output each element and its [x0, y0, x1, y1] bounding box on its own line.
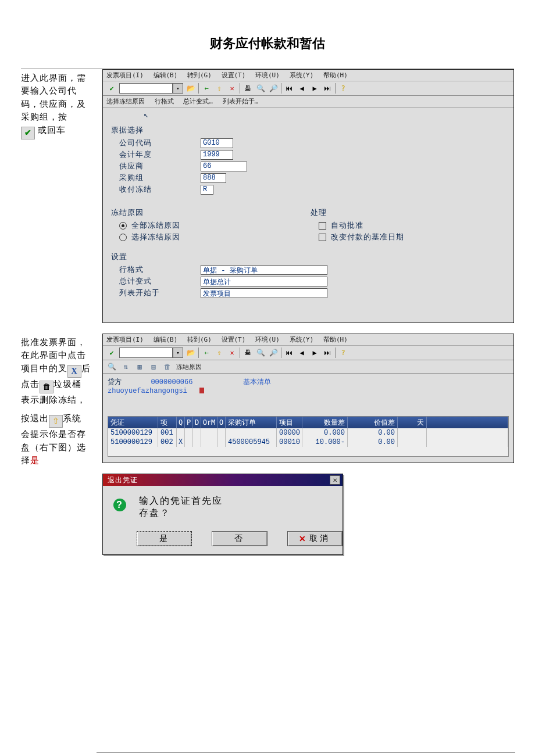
checkbox-auto-approve[interactable]: [319, 222, 326, 230]
menu-item[interactable]: 系统(Y): [290, 336, 314, 343]
dialog-title: 退出凭证: [108, 475, 138, 485]
open-folder-icon[interactable]: 📂: [186, 347, 196, 358]
prev-page-icon[interactable]: ◀: [297, 83, 307, 94]
last-page-icon[interactable]: ⏭: [322, 347, 333, 358]
checkbox-change-baseline-date[interactable]: [319, 234, 326, 241]
print-icon[interactable]: 🖶: [242, 347, 253, 358]
first-page-icon[interactable]: ⏮: [284, 347, 294, 358]
col-p: P: [185, 417, 193, 428]
subbar-item[interactable]: 行格式: [155, 98, 174, 105]
next-page-icon[interactable]: ▶: [309, 83, 320, 94]
find-next-icon[interactable]: 🔎: [268, 347, 279, 358]
label-auto-approve: 自动批准: [331, 220, 363, 231]
subbar-item[interactable]: 选择冻结原因: [106, 98, 145, 105]
cursor-icon: ↖: [144, 110, 508, 119]
table-row[interactable]: 5100000129 001 00000 0.000 0.00: [108, 428, 508, 438]
dialog-close-icon[interactable]: ✕: [330, 475, 340, 485]
menu-item[interactable]: 帮助(H): [323, 71, 348, 79]
col-po: 采购订单: [226, 417, 277, 428]
enter-icon[interactable]: ✔: [106, 347, 117, 358]
menu-item[interactable]: 发票项目(I): [106, 336, 144, 343]
input-vendor[interactable]: 66: [201, 162, 247, 171]
ruler-icon[interactable]: ▤: [148, 362, 159, 371]
input-payment-block[interactable]: R: [201, 185, 213, 195]
label-select-reasons: 选择冻结原因: [131, 232, 180, 242]
menu-item[interactable]: 帮助(H): [323, 336, 348, 343]
radio-all-reasons[interactable]: [119, 222, 127, 230]
table-row[interactable]: 5100000129 002 X 4500005945 00010 10.000…: [108, 438, 508, 447]
subbar-item[interactable]: 列表开始于…: [223, 98, 259, 105]
menu-item[interactable]: 设置(T): [222, 336, 246, 343]
label-vendor: 供应商: [119, 161, 201, 171]
cancel-button[interactable]: ✕取消: [287, 531, 343, 546]
help-icon[interactable]: ?: [338, 347, 348, 358]
back-icon[interactable]: ←: [201, 347, 212, 358]
find-next-icon[interactable]: 🔎: [268, 83, 279, 94]
input-line-format[interactable]: 单据 - 采购订单: [201, 265, 327, 275]
yes-button[interactable]: 是: [137, 531, 192, 546]
search-icon[interactable]: 🔍: [106, 362, 117, 371]
sort-icon[interactable]: ⇅: [120, 362, 131, 371]
subbar-item[interactable]: 总计变式…: [183, 98, 213, 105]
screenshot-1: 发票项目(I) 编辑(B) 转到(G) 设置(T) 环境(U) 系统(Y) 帮助…: [102, 69, 514, 323]
find-icon[interactable]: 🔍: [255, 347, 266, 358]
page-footer: 第 5 页, 共 10 页 最后修改日期: 2005/11/6 20:53:00: [97, 753, 515, 756]
group-processing: 处理: [311, 207, 508, 218]
first-page-icon[interactable]: ⏮: [284, 83, 294, 94]
label-basic-list: 基本清单: [243, 378, 271, 386]
exit-dialog: 退出凭证 ✕ ? 输入的凭证首先应 存盘？ 是 否 ✕取消: [102, 474, 343, 555]
menu-item[interactable]: 编辑(B): [154, 336, 178, 343]
open-folder-icon[interactable]: 📂: [186, 83, 196, 94]
label-payment-block: 收付冻结: [119, 184, 201, 195]
marker-icon: [199, 388, 204, 393]
menu-item[interactable]: 环境(U): [255, 71, 280, 79]
question-icon: ?: [113, 499, 126, 511]
input-purch-group[interactable]: 888: [201, 173, 226, 183]
col-item: 项: [158, 417, 177, 428]
label-list-start: 列表开始于: [119, 288, 201, 298]
col-o: O: [217, 417, 226, 428]
help-icon[interactable]: ?: [338, 83, 348, 94]
radio-select-reasons[interactable]: [119, 234, 127, 241]
exit-icon: ⇧: [49, 415, 63, 428]
prev-page-icon[interactable]: ◀: [297, 347, 307, 358]
menu-item[interactable]: 发票项目(I): [106, 71, 144, 79]
group-block-reason: 冻结原因: [111, 207, 308, 218]
next-page-icon[interactable]: ▶: [309, 347, 320, 358]
tcode-combo[interactable]: ▾: [119, 347, 183, 358]
find-icon[interactable]: 🔍: [255, 83, 266, 94]
last-page-icon[interactable]: ⏭: [322, 83, 333, 94]
col-orm: OrM: [201, 417, 217, 428]
exit-icon[interactable]: ⇧: [214, 347, 224, 358]
cancel-icon[interactable]: ✕: [227, 83, 237, 94]
layout-icon[interactable]: ▦: [134, 362, 145, 371]
tcode-combo[interactable]: ▾: [119, 83, 183, 94]
table-header: 凭证 项 Q P D OrM O 采购订单 项目 数量差 价值差 天: [108, 417, 508, 428]
menu-item[interactable]: 转到(G): [187, 336, 212, 343]
sap-toolbar: ✔ ▾ 📂 ← ⇧ ✕ 🖶 🔍 🔎 ⏮ ◀ ▶: [103, 346, 513, 360]
menu-item[interactable]: 设置(T): [222, 71, 246, 79]
col-qty-diff: 数量差: [302, 417, 348, 428]
input-list-start[interactable]: 发票项目: [201, 288, 327, 298]
menu-item[interactable]: 转到(G): [187, 71, 212, 79]
col-days: 天: [398, 417, 427, 428]
trash-icon: 🗑: [40, 381, 54, 393]
menu-item[interactable]: 编辑(B): [154, 71, 178, 79]
input-fiscal-year[interactable]: 1999: [201, 150, 233, 160]
input-company-code[interactable]: G010: [201, 138, 233, 148]
delete-icon[interactable]: 🗑: [162, 362, 173, 371]
col-d: D: [193, 417, 201, 428]
no-button[interactable]: 否: [212, 531, 267, 546]
menu-item[interactable]: 系统(Y): [290, 71, 314, 79]
enter-icon[interactable]: ✔: [106, 83, 117, 94]
print-icon[interactable]: 🖶: [242, 83, 253, 94]
sap-menu-bar: 发票项目(I) 编辑(B) 转到(G) 设置(T) 环境(U) 系统(Y) 帮助…: [103, 70, 513, 81]
input-total-variant[interactable]: 单据总计: [201, 277, 327, 286]
exit-icon[interactable]: ⇧: [214, 83, 224, 94]
cancel-icon[interactable]: ✕: [227, 347, 237, 358]
menu-item[interactable]: 环境(U): [255, 336, 280, 343]
group-settings: 设置: [111, 252, 508, 262]
col-q: Q: [177, 417, 185, 428]
col-po-item: 项目: [277, 417, 302, 428]
back-icon[interactable]: ←: [201, 83, 212, 94]
